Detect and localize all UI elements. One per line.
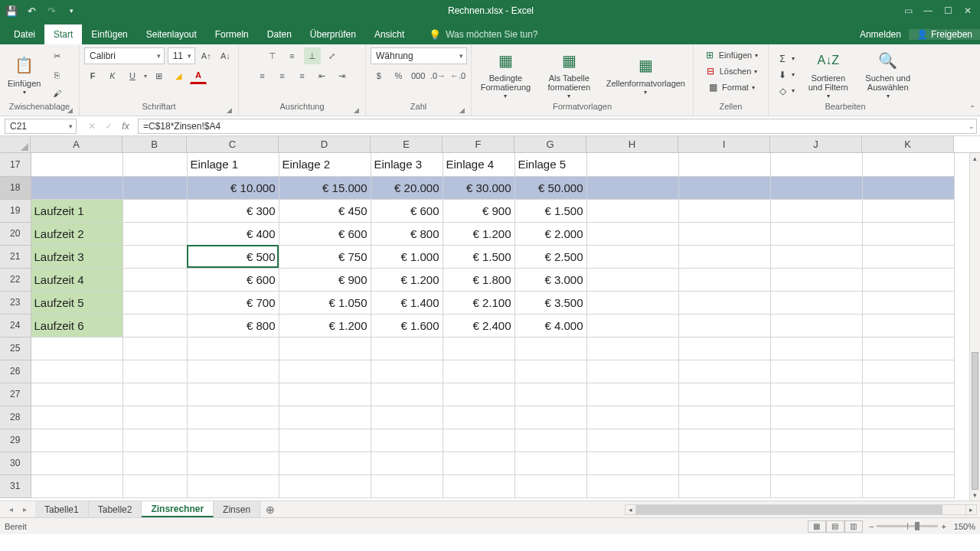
column-header[interactable]: I <box>678 136 770 152</box>
cell-F23[interactable]: € 2.100 <box>443 291 514 314</box>
normal-view-button[interactable]: ▦ <box>808 520 826 533</box>
page-layout-view-button[interactable]: ▤ <box>826 520 844 533</box>
cell-B30[interactable] <box>122 452 187 474</box>
scroll-thumb[interactable] <box>636 505 942 514</box>
cell-K25[interactable] <box>862 337 954 360</box>
format-painter-icon[interactable]: 🖌 <box>48 85 65 102</box>
cell-A25[interactable] <box>31 337 122 360</box>
scroll-left-icon[interactable]: ◂ <box>626 505 636 514</box>
cell-J27[interactable] <box>770 383 862 406</box>
sheet-tab-zinsrechner[interactable]: Zinsrechner <box>142 501 214 517</box>
font-color-icon[interactable]: A <box>190 67 207 84</box>
cell-J17[interactable] <box>770 153 862 176</box>
cell-H30[interactable] <box>586 452 678 474</box>
cell-D20[interactable]: € 600 <box>279 222 371 245</box>
cell-I28[interactable] <box>678 406 770 429</box>
cell-C17[interactable]: Einlage 1 <box>187 153 279 176</box>
cell-D19[interactable]: € 450 <box>279 199 371 222</box>
cell-J31[interactable] <box>770 474 862 497</box>
cell-C31[interactable] <box>187 474 279 497</box>
cell-J30[interactable] <box>770 452 862 474</box>
dialog-launcher-icon[interactable]: ◢ <box>67 106 73 114</box>
cell-B23[interactable] <box>122 291 187 314</box>
cell-B20[interactable] <box>122 222 187 245</box>
cell-H23[interactable] <box>586 291 678 314</box>
tab-seitenlayout[interactable]: Seitenlayout <box>137 24 206 44</box>
scroll-thumb[interactable] <box>972 352 978 490</box>
cell-E30[interactable] <box>371 452 443 474</box>
minimize-icon[interactable]: — <box>919 3 937 18</box>
comma-format-icon[interactable]: 000 <box>410 67 426 84</box>
row-header[interactable]: 17 <box>0 153 31 176</box>
formula-input[interactable]: =C$18*Zinsen!$A4 <box>138 119 966 134</box>
cell-G23[interactable]: € 3.500 <box>514 291 586 314</box>
zoom-slider[interactable] <box>877 525 938 527</box>
cell-A29[interactable] <box>31 429 122 452</box>
sheet-tab-zinsen[interactable]: Zinsen <box>214 501 260 517</box>
cell-D26[interactable] <box>279 360 371 383</box>
sheet-tab-tabelle1[interactable]: Tabelle1 <box>35 501 89 517</box>
increase-indent-icon[interactable]: ⇥ <box>334 67 351 84</box>
find-select-button[interactable]: 🔍Suchen und Auswählen▾ <box>858 50 917 100</box>
row-header[interactable]: 22 <box>0 268 31 291</box>
cell-E26[interactable] <box>371 360 443 383</box>
cell-A28[interactable] <box>31 406 122 429</box>
cell-D23[interactable]: € 1.050 <box>279 291 371 314</box>
dialog-launcher-icon[interactable]: ◢ <box>227 106 232 114</box>
cell-J28[interactable] <box>770 406 862 429</box>
orientation-icon[interactable]: ⤢ <box>324 47 341 64</box>
cell-C24[interactable]: € 800 <box>187 314 279 337</box>
cell-G26[interactable] <box>514 360 586 383</box>
dialog-launcher-icon[interactable]: ◢ <box>354 106 359 114</box>
insert-cells-button[interactable]: ⊞Einfügen ▾ <box>701 47 761 63</box>
cell-D30[interactable] <box>279 452 371 474</box>
cell-K26[interactable] <box>862 360 954 383</box>
cell-F19[interactable]: € 900 <box>443 199 514 222</box>
cell-I27[interactable] <box>678 383 770 406</box>
cell-B21[interactable] <box>122 245 187 268</box>
cell-E19[interactable]: € 600 <box>371 199 443 222</box>
cell-K27[interactable] <box>862 383 954 406</box>
cell-J29[interactable] <box>770 429 862 452</box>
cell-J19[interactable] <box>770 199 862 222</box>
cell-H20[interactable] <box>586 222 678 245</box>
cell-K21[interactable] <box>862 245 954 268</box>
cell-I18[interactable] <box>678 176 770 199</box>
cell-D31[interactable] <box>279 474 371 497</box>
zoom-in-button[interactable]: + <box>941 522 946 531</box>
fill-button[interactable]: ⬇▾ <box>773 67 798 83</box>
tab-daten[interactable]: Daten <box>258 24 301 44</box>
cell-H21[interactable] <box>586 245 678 268</box>
cell-C29[interactable] <box>187 429 279 452</box>
cell-G17[interactable]: Einlage 5 <box>514 153 586 176</box>
cell-H17[interactable] <box>586 153 678 176</box>
column-header[interactable]: A <box>31 136 122 152</box>
autosum-button[interactable]: Σ▾ <box>773 51 798 67</box>
cell-G20[interactable]: € 2.000 <box>514 222 586 245</box>
cell-C22[interactable]: € 600 <box>187 268 279 291</box>
align-right-icon[interactable]: ≡ <box>294 67 311 84</box>
cell-J18[interactable] <box>770 176 862 199</box>
format-cells-button[interactable]: ▦Format ▾ <box>704 80 758 95</box>
cell-H22[interactable] <box>586 268 678 291</box>
column-header[interactable]: C <box>187 136 279 152</box>
dialog-launcher-icon[interactable]: ◢ <box>459 106 465 114</box>
bold-button[interactable]: F <box>84 67 101 84</box>
cell-F25[interactable] <box>443 337 514 360</box>
row-header[interactable]: 24 <box>0 314 31 337</box>
cell-E21[interactable]: € 1.000 <box>371 245 443 268</box>
tab-ansicht[interactable]: Ansicht <box>365 24 413 44</box>
cell-I23[interactable] <box>678 291 770 314</box>
cell-B17[interactable] <box>122 153 187 176</box>
conditional-format-button[interactable]: ▦Bedingte Formatierung▾ <box>476 50 535 100</box>
cell-D21[interactable]: € 750 <box>279 245 371 268</box>
scroll-up-icon[interactable]: ▴ <box>970 153 980 164</box>
cell-C27[interactable] <box>187 383 279 406</box>
share-button[interactable]: 👤Freigeben <box>909 29 980 40</box>
cell-D17[interactable]: Einlage 2 <box>279 153 371 176</box>
cell-G30[interactable] <box>514 452 586 474</box>
name-box[interactable]: C21▾ <box>5 119 77 134</box>
cell-J22[interactable] <box>770 268 862 291</box>
row-header[interactable]: 25 <box>0 337 31 360</box>
cell-G28[interactable] <box>514 406 586 429</box>
